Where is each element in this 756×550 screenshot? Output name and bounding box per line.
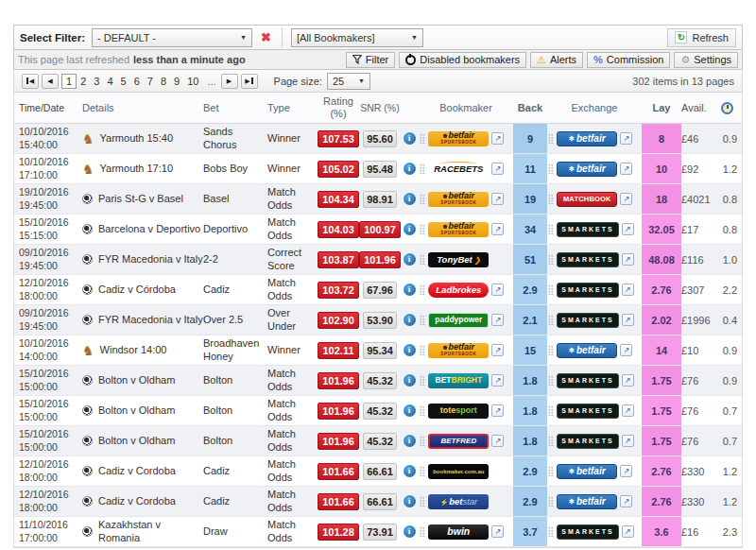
back-odds[interactable]: 9	[513, 124, 547, 153]
external-link-icon[interactable]	[491, 132, 504, 145]
external-link-icon[interactable]	[622, 223, 634, 235]
lay-odds[interactable]: 3.6	[642, 517, 681, 546]
exchange-logo-mbk[interactable]: MATCHBOOK	[557, 192, 617, 207]
page-number[interactable]: 5	[117, 75, 130, 88]
bookmaker-logo-betstar[interactable]: betstar	[428, 494, 489, 509]
exchange-logo-smk[interactable]: SMARKETS	[557, 524, 618, 540]
external-link-icon[interactable]	[622, 525, 634, 538]
external-link-icon[interactable]	[491, 314, 504, 326]
exchange-logo-smk[interactable]: SMARKETS	[557, 252, 618, 267]
bookmaker-logo-racebets[interactable]: RACEBETS	[428, 162, 489, 177]
exchange-logo-bfex[interactable]: betfair	[557, 162, 617, 177]
page-number[interactable]: 6	[130, 75, 144, 88]
info-icon[interactable]	[404, 132, 416, 145]
page-number[interactable]: 4	[103, 75, 116, 88]
drag-handle-icon[interactable]: ⣿	[419, 376, 425, 386]
exchange-logo-bfex[interactable]: betfair	[557, 131, 617, 146]
external-link-icon[interactable]	[622, 374, 634, 387]
external-link-icon[interactable]	[622, 284, 634, 296]
lay-odds[interactable]: 2.76	[642, 275, 681, 304]
exchange-logo-smk[interactable]: SMARKETS	[557, 313, 618, 328]
drag-handle-icon[interactable]: ⣿	[547, 195, 554, 204]
info-icon[interactable]	[404, 344, 416, 356]
page-number[interactable]: 2	[77, 75, 90, 88]
exchange-logo-smk[interactable]: SMARKETS	[557, 373, 618, 388]
back-odds[interactable]: 11	[513, 154, 547, 183]
col-bookmaker[interactable]: Bookmaker	[419, 102, 513, 114]
page-number[interactable]: 8	[157, 75, 170, 88]
drag-handle-icon[interactable]: ⣿	[419, 225, 425, 234]
col-lay[interactable]: Lay	[642, 93, 681, 123]
drag-handle-icon[interactable]: ⣿	[419, 316, 425, 325]
back-odds[interactable]: 19	[513, 184, 547, 214]
external-link-icon[interactable]	[620, 495, 632, 507]
lay-odds[interactable]: 1.75	[642, 396, 681, 425]
lay-odds[interactable]: 18	[642, 184, 681, 214]
col-details[interactable]: Details	[80, 102, 203, 114]
page-number[interactable]: 1	[61, 74, 77, 89]
exchange-logo-smk[interactable]: SMARKETS	[557, 283, 618, 298]
external-link-icon[interactable]	[491, 525, 504, 538]
exchange-logo-bfex[interactable]: betfair	[557, 343, 617, 358]
back-odds[interactable]: 1.8	[513, 396, 547, 425]
lay-odds[interactable]: 2.76	[642, 487, 681, 516]
drag-handle-icon[interactable]: ⣿	[547, 285, 554, 295]
bookmaker-logo-bwin[interactable]: bwin	[428, 524, 489, 540]
info-icon[interactable]	[404, 465, 416, 477]
drag-handle-icon[interactable]: ⣿	[547, 497, 554, 507]
exchange-logo-bfex[interactable]: betfair	[557, 494, 617, 509]
bookmakers-dropdown[interactable]: [All Bookmakers] ▼	[291, 28, 423, 47]
bookmaker-logo-bfsb[interactable]: betfairSPORTSBOOK	[428, 222, 489, 237]
bookmaker-logo-betfred[interactable]: BETFRED	[428, 434, 489, 449]
info-icon[interactable]	[404, 253, 416, 266]
drag-handle-icon[interactable]: ⣿	[547, 467, 554, 476]
back-odds[interactable]: 1.8	[513, 426, 547, 455]
page-size-dropdown[interactable]: 25 ▼	[327, 73, 370, 90]
info-icon[interactable]	[404, 284, 416, 296]
page-number[interactable]: 10	[183, 75, 202, 88]
drag-handle-icon[interactable]: ⣿	[547, 346, 554, 355]
external-link-icon[interactable]	[622, 435, 634, 447]
bookmaker-logo-tonybet[interactable]: TonyBet	[428, 252, 489, 267]
exchange-logo-smk[interactable]: SMARKETS	[557, 222, 618, 237]
drag-handle-icon[interactable]: ⣿	[419, 527, 425, 537]
back-odds[interactable]: 15	[513, 335, 547, 365]
exchange-logo-bfex[interactable]: betfair	[557, 464, 617, 479]
drag-handle-icon[interactable]: ⣿	[419, 497, 425, 507]
drag-handle-icon[interactable]: ⣿	[419, 346, 425, 355]
alerts-button[interactable]: ⚠ Alerts	[530, 52, 583, 68]
back-odds[interactable]: 2.1	[513, 305, 547, 335]
bookmaker-logo-tote[interactable]: totesport	[428, 404, 489, 419]
drag-handle-icon[interactable]: ⣿	[419, 437, 425, 446]
info-icon[interactable]	[404, 525, 416, 538]
bookmaker-logo-pp[interactable]: paddypower	[428, 313, 489, 328]
external-link-icon[interactable]	[491, 404, 504, 417]
external-link-icon[interactable]	[620, 163, 632, 175]
drag-handle-icon[interactable]: ⣿	[419, 134, 425, 144]
drag-handle-icon[interactable]: ⣿	[547, 225, 554, 234]
back-odds[interactable]: 34	[513, 215, 547, 244]
info-icon[interactable]	[404, 314, 416, 326]
external-link-icon[interactable]	[620, 193, 632, 205]
external-link-icon[interactable]	[491, 344, 504, 356]
lay-odds[interactable]: 2.76	[642, 456, 681, 486]
lay-odds[interactable]: 32.05	[642, 215, 681, 244]
page-number[interactable]: 7	[144, 75, 157, 88]
bookmaker-logo-bfsb[interactable]: betfairSPORTSBOOK	[428, 192, 489, 207]
col-exchange[interactable]: Exchange	[547, 102, 642, 114]
bookmaker-logo-bfsb[interactable]: betfairSPORTSBOOK	[428, 131, 489, 146]
settings-button[interactable]: ⚙ Settings	[674, 52, 738, 68]
external-link-icon[interactable]	[491, 163, 504, 175]
external-link-icon[interactable]	[622, 253, 634, 266]
external-link-icon[interactable]	[491, 374, 504, 387]
bookmaker-logo-lad[interactable]: Ladbrokes	[428, 283, 489, 298]
back-odds[interactable]: 2.9	[513, 487, 547, 516]
last-page-button[interactable]: ▶	[241, 74, 258, 89]
refresh-button[interactable]: ↻ Refresh	[667, 28, 736, 47]
bookmaker-logo-bfsb[interactable]: betfairSPORTSBOOK	[428, 343, 489, 358]
first-page-button[interactable]: ◀	[22, 74, 39, 89]
external-link-icon[interactable]	[491, 435, 504, 447]
lay-odds[interactable]: 1.75	[642, 366, 681, 395]
drag-handle-icon[interactable]: ⣿	[547, 255, 554, 265]
lay-odds[interactable]: 10	[642, 154, 681, 183]
